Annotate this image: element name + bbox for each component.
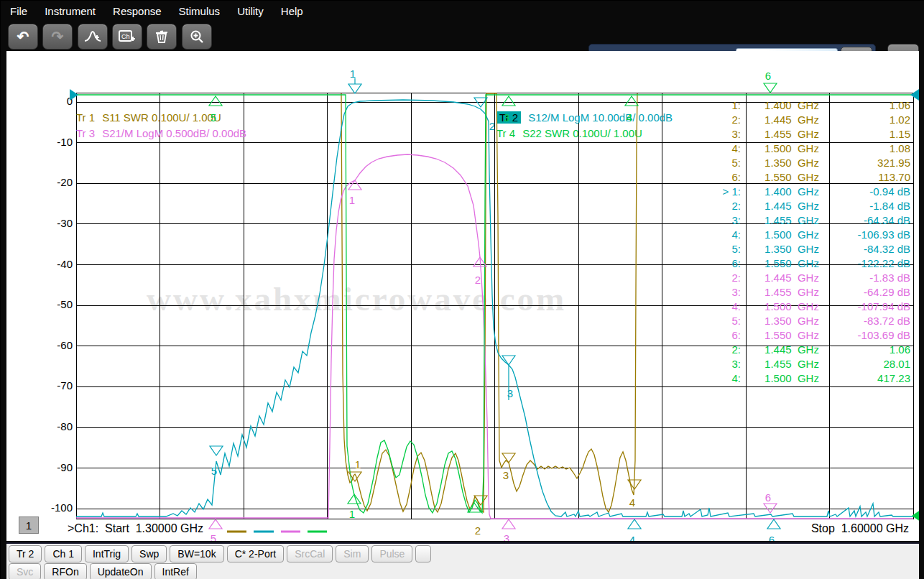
marker-number: 2:	[689, 114, 741, 126]
statusbar-button-c-2-port[interactable]: C* 2-Port	[227, 545, 285, 562]
add-channel-button[interactable]: Ch	[112, 24, 142, 50]
marker-number: 5:	[689, 157, 741, 169]
marker-number: 3:	[689, 128, 741, 140]
statusbar-button-updateon[interactable]: UpdateOn	[90, 563, 152, 579]
statusbar-button-svc[interactable]: Svc	[9, 563, 41, 579]
marker-label: 1	[349, 194, 355, 206]
marker-triangle	[348, 84, 361, 93]
marker-value: -64.29 dB	[843, 286, 915, 298]
marker-triangle	[474, 496, 487, 505]
marker-number: 3:	[689, 358, 741, 370]
menu-item-file[interactable]: File	[1, 5, 36, 17]
marker-value: -122.22 dB	[843, 257, 915, 269]
statusbar-button-tr-2[interactable]: Tr 2	[9, 545, 42, 562]
statusbar-button-bw-10k[interactable]: BW=10k	[170, 545, 223, 562]
y-axis-tick: -30	[22, 217, 73, 229]
marker-value: -84.32 dB	[843, 243, 915, 255]
vna-application-window: FileInstrumentResponseStimulusUtilityHel…	[0, 0, 924, 579]
marker-frequency: 1.455 GHz	[741, 358, 843, 370]
marker-number: 2:	[689, 272, 741, 284]
marker-value: -107.94 dB	[843, 300, 915, 312]
marker-triangle	[348, 494, 361, 504]
marker-frequency: 1.550 GHz	[741, 329, 843, 341]
marker-table-row: 6:1.550 GHz-103.69 dB	[689, 328, 915, 342]
marker-triangle	[502, 96, 515, 106]
y-axis-tick: -60	[22, 339, 73, 351]
menu-item-help[interactable]: Help	[272, 5, 312, 17]
menu-item-stimulus[interactable]: Stimulus	[170, 5, 229, 17]
trace-id-tr2-selected: Tr 2	[496, 111, 521, 124]
statusbar-button-swp[interactable]: Swp	[131, 545, 167, 562]
marker-frequency: 1.445 GHz	[741, 200, 843, 212]
marker-frequency: 1.500 GHz	[741, 142, 843, 154]
marker-table-row: 2:1.445 GHz-1.83 dB	[689, 270, 915, 284]
marker-triangle	[209, 519, 222, 529]
marker-value: 1.15	[843, 128, 915, 140]
menu-item-response[interactable]: Response	[104, 5, 170, 17]
channel-indicator[interactable]: 1	[19, 517, 39, 534]
marker-triangle	[502, 453, 515, 463]
marker-number: > 1:	[689, 185, 741, 198]
marker-table-row: 3:1.455 GHz-64.34 dB	[689, 213, 915, 227]
trace-id-tr1: Tr 1	[76, 111, 95, 124]
marker-number: 5:	[689, 243, 741, 255]
marker-frequency: 1.455 GHz	[741, 214, 843, 226]
statusbar-button-inttrig[interactable]: IntTrig	[85, 545, 129, 562]
zoom-button[interactable]	[182, 24, 212, 50]
marker-label: 4	[629, 534, 635, 541]
trace-label-tr1[interactable]: Tr 1S11 SWR 0.100U/ 1.00U	[76, 111, 221, 124]
marker-triangle	[473, 257, 486, 267]
marker-number: 3:	[689, 214, 741, 226]
marker-frequency: 1.350 GHz	[741, 243, 843, 255]
marker-table-row: 2:1.445 GHz1.06	[689, 342, 915, 356]
add-marker-button[interactable]	[78, 24, 108, 50]
marker-number: 4:	[689, 300, 741, 312]
statusbar-button-sim[interactable]: Sim	[336, 545, 369, 562]
trash-icon	[154, 29, 169, 44]
marker-label: 2	[489, 120, 495, 132]
marker-triangle	[209, 96, 222, 106]
statusbar-button-ch-1[interactable]: Ch 1	[45, 545, 82, 562]
marker-frequency: 1.445 GHz	[741, 272, 843, 284]
marker-number: 5:	[689, 315, 741, 327]
trace-format-tr4: S22 SWR 0.100U/ 1.00U	[522, 127, 642, 139]
trace-label-tr4[interactable]: Tr 4S22 SWR 0.100U/ 1.00U	[496, 127, 642, 139]
marker-triangle	[468, 503, 481, 512]
y-axis-tick: -10	[22, 136, 73, 148]
watermark: www.xahxmicrowave.com	[147, 279, 566, 318]
marker-label: 4	[629, 496, 635, 509]
undo-button[interactable]: ↶	[8, 24, 38, 50]
marker-frequency: 1.350 GHz	[741, 315, 843, 327]
top-toolbar: ↶↷Ch Marker 1	[1, 21, 924, 51]
delete-button[interactable]	[147, 24, 177, 50]
marker-label: 3	[504, 532, 509, 541]
statusbar-button-pulse[interactable]: Pulse	[371, 545, 412, 562]
marker-number: 6:	[689, 257, 741, 269]
reference-level-arrow	[912, 510, 919, 522]
menu-item-utility[interactable]: Utility	[228, 5, 272, 17]
marker-frequency: 1.445 GHz	[741, 343, 843, 356]
y-axis-tick: -40	[22, 258, 73, 270]
y-axis-tick: -70	[22, 379, 73, 392]
marker-table-row: 6:1.550 GHz-122.22 dB	[689, 256, 915, 270]
y-axis-tick: 0	[22, 95, 73, 107]
marker-frequency: 1.455 GHz	[741, 286, 843, 298]
statusbar-button-blank[interactable]	[415, 545, 431, 562]
statusbar-button-rfon[interactable]: RFOn	[44, 563, 86, 579]
marker-table-row: 3:1.455 GHz28.01	[689, 356, 915, 371]
plot-panel[interactable]: www.xahxmicrowave.com Tr 1S11 SWR 0.100U…	[6, 51, 919, 541]
marker-table-row: 4:1.500 GHz1.08	[689, 141, 915, 155]
statusbar-button-intref[interactable]: IntRef	[154, 563, 197, 579]
marker-triangle	[767, 519, 780, 529]
marker-label: 1	[355, 458, 361, 471]
marker-value: 1.02	[843, 114, 915, 126]
statusbar-button-srccal[interactable]: SrcCal	[287, 545, 333, 562]
trace-label-tr2[interactable]: Tr 2S12/M LogM 10.00dB/ 0.00dB	[496, 111, 673, 124]
marker-label: 1	[349, 508, 355, 520]
menu-item-instrument[interactable]: Instrument	[36, 5, 104, 17]
marker-frequency: 1.550 GHz	[741, 257, 843, 269]
marker-number: 4:	[689, 372, 741, 384]
redo-button: ↷	[42, 24, 73, 50]
trace-label-tr3[interactable]: Tr 3S21/M LogM 0.500dB/ 0.00dB	[76, 127, 246, 139]
trace-format-tr3: S21/M LogM 0.500dB/ 0.00dB	[102, 127, 246, 139]
